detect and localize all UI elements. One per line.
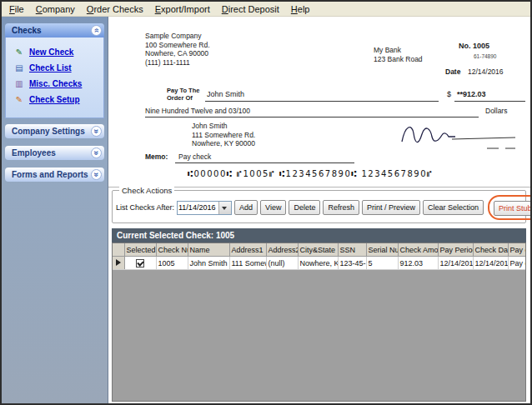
memo-label: Memo: <box>145 152 168 161</box>
amount-words: Nine Hundred Twelve and 03/100 <box>145 107 250 115</box>
grid-header-row: Selected Check Nu Name Address1 Address2… <box>113 243 526 257</box>
list-checks-after-label: List Checks After: <box>116 203 174 212</box>
checks-grid: Selected Check Nu Name Address1 Address2… <box>112 242 526 402</box>
misc-checks-icon <box>14 79 24 89</box>
cell-address1: 111 Somew <box>229 257 266 270</box>
check-payee: John Smith <box>207 90 244 98</box>
cell-pay-check: Pay c <box>508 257 526 270</box>
clear-selection-button[interactable]: Clear Selection <box>423 200 484 215</box>
print-stub-only-button[interactable]: Print Stub Only <box>494 201 532 216</box>
menu-item-help[interactable]: Help <box>285 3 316 15</box>
menu-item-export-import[interactable]: Export/Import <box>149 3 216 15</box>
panel-employees-title: Employees <box>12 148 56 158</box>
check-bank-address: 123 Bank Road <box>374 55 423 64</box>
dollar-sign: $ <box>447 90 451 98</box>
col-header-pay-check[interactable]: Pay c <box>508 243 526 257</box>
col-header-address1[interactable]: Address1 <box>229 243 266 257</box>
panel-forms-reports-title: Forms and Reports <box>12 170 88 179</box>
memo-underline <box>175 162 354 163</box>
memo-value: Pay check <box>178 152 211 161</box>
menu-item-file[interactable]: File <box>3 3 30 15</box>
misc-checks-label: Misc. Checks <box>29 79 82 88</box>
cell-serial-num: 5 <box>366 257 398 270</box>
panel-checks-title: Checks <box>12 26 42 35</box>
grid-corner-cell <box>113 243 124 257</box>
print-preview-button[interactable]: Print / Preview <box>362 200 420 215</box>
sidebar-item-check-list[interactable]: Check List <box>6 60 103 76</box>
row-selector-icon <box>116 259 121 266</box>
sidebar-item-check-setup[interactable]: Check Setup <box>6 92 103 108</box>
col-header-selected[interactable]: Selected <box>124 243 156 257</box>
payee-address-line1: 111 Somewhere Rd. <box>192 131 255 140</box>
row-selector-cell[interactable] <box>113 257 124 270</box>
sidebar-panel-company-settings-header[interactable]: Company Settings <box>5 124 104 138</box>
chevron-up-icon <box>91 25 102 36</box>
col-header-address2[interactable]: Address2 <box>266 243 298 257</box>
menu-item-order-checks[interactable]: Order Checks <box>81 3 149 15</box>
col-header-check-amount[interactable]: Check Amount <box>398 243 438 257</box>
main-area: Sample Company 100 Somewhere Rd. Nowhere… <box>108 17 530 403</box>
check-fraction: 61-74890 <box>474 53 496 59</box>
cell-check-date: 12/14/201 <box>473 257 508 270</box>
check-setup-label: Check Setup <box>29 95 80 104</box>
add-button[interactable]: Add <box>234 200 258 215</box>
chevron-down-icon <box>91 169 102 180</box>
cell-city-state: Nowhere, K <box>298 257 338 270</box>
cell-check-number: 1005 <box>156 257 188 270</box>
actions-row: List Checks After: Add View Delete Refre… <box>116 199 524 216</box>
payee-address-line2: Nowhere, KY 90000 <box>192 139 255 148</box>
cell-name: John Smith <box>188 257 229 270</box>
check-company-block: Sample Company 100 Somewhere Rd. Nowhere… <box>145 32 210 67</box>
cell-pay-period: 12/14/201 <box>438 257 473 270</box>
check-table-row[interactable]: 1005 John Smith 111 Somew (null) Nowhere… <box>113 257 526 270</box>
pay-to-line1: Pay To The <box>167 87 199 94</box>
new-check-icon <box>14 48 24 58</box>
cell-ssn: 123-45- <box>338 257 366 270</box>
amount-underline <box>454 101 525 102</box>
col-header-check-date[interactable]: Check Dat <box>473 243 508 257</box>
chevron-down-icon <box>91 148 102 158</box>
sidebar: Checks New Check Check List Misc. Checks… <box>2 17 108 403</box>
col-header-name[interactable]: Name <box>188 243 229 257</box>
sidebar-item-new-check[interactable]: New Check <box>6 44 103 60</box>
check-company-phone: (111) 111-1111 <box>145 58 210 68</box>
payee-address-block: John Smith 111 Somewhere Rd. Nowhere, KY… <box>192 122 255 148</box>
cell-selected <box>124 257 156 270</box>
menu-item-direct-deposit[interactable]: Direct Deposit <box>216 3 285 15</box>
pay-to-line2: Order Of <box>167 94 193 102</box>
print-stub-wrap: Print Stub Only <box>494 199 532 216</box>
cell-address2: (null) <box>266 257 298 270</box>
check-company-name: Sample Company <box>145 32 210 41</box>
date-input[interactable] <box>178 202 218 214</box>
check-date-value: 12/14/2016 <box>468 68 504 76</box>
refresh-button[interactable]: Refresh <box>323 200 359 215</box>
payee-address-name: John Smith <box>192 122 255 131</box>
check-company-address2: Nowhere, CA 90000 <box>145 49 210 58</box>
sidebar-panel-checks-header[interactable]: Checks <box>5 23 104 38</box>
current-selected-check-bar: Current Selected Check: 1005 <box>112 228 526 242</box>
check-setup-icon <box>14 95 24 105</box>
sidebar-panel-forms-reports-header[interactable]: Forms and Reports <box>5 168 104 182</box>
check-actions-group: Check Actions List Checks After: Add Vie… <box>112 190 526 223</box>
sidebar-panel-checks-body: New Check Check List Misc. Checks Check … <box>5 38 104 118</box>
list-after-date-combo[interactable] <box>177 201 232 215</box>
dropdown-arrow-icon[interactable] <box>218 202 231 214</box>
col-header-check-number[interactable]: Check Nu <box>156 243 188 257</box>
chevron-down-icon <box>91 126 102 137</box>
menu-item-company[interactable]: Company <box>30 3 81 15</box>
col-header-serial-num[interactable]: Serial Num <box>366 243 398 257</box>
col-header-pay-period[interactable]: Pay Period <box>438 243 473 257</box>
signature-scribble <box>390 113 528 160</box>
check-list-icon <box>14 63 24 73</box>
delete-button[interactable]: Delete <box>289 200 320 215</box>
new-check-label: New Check <box>29 48 73 57</box>
menu-bar: File Company Order Checks Export/Import … <box>2 2 530 17</box>
view-button[interactable]: View <box>260 200 286 215</box>
col-header-city-state[interactable]: City&State <box>298 243 338 257</box>
row-checkbox[interactable] <box>136 259 144 268</box>
sidebar-item-misc-checks[interactable]: Misc. Checks <box>6 76 103 92</box>
check-company-address1: 100 Somewhere Rd. <box>145 41 210 50</box>
cell-check-amount: 912.03 <box>398 257 438 270</box>
sidebar-panel-employees-header[interactable]: Employees <box>5 146 104 160</box>
col-header-ssn[interactable]: SSN <box>338 243 366 257</box>
